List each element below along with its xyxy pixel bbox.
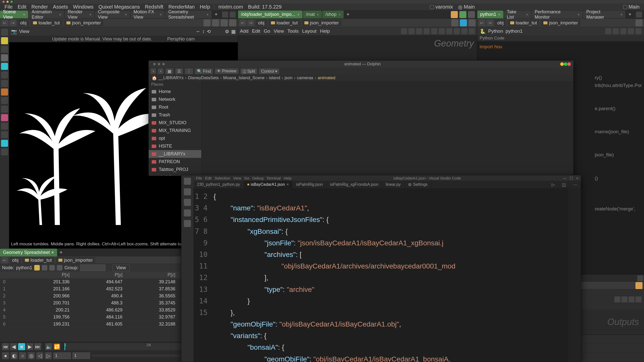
net-add[interactable]: Add xyxy=(240,28,249,34)
viewmode-icon[interactable]: ▦ xyxy=(166,68,173,74)
dolphin-window[interactable]: animated — Dolphin ‹ › ▦ ☰ ⋮ 🔍 Find 👁 Pr… xyxy=(148,60,574,176)
persp-dropdown[interactable]: Persp xyxy=(167,36,179,42)
search-icon[interactable] xyxy=(461,28,467,34)
frame-start-input[interactable] xyxy=(53,352,71,359)
last-frame-icon[interactable]: ⏭ xyxy=(34,343,41,350)
net-edit[interactable]: Edit xyxy=(252,28,260,34)
handle-icon[interactable]: ⟲ xyxy=(207,29,211,34)
tool-icon[interactable] xyxy=(1,114,8,121)
vsc-menu[interactable]: Terminal xyxy=(266,176,281,180)
menu-site[interactable]: mixtrn.com xyxy=(216,4,246,10)
code-editor[interactable]: { "name": "isBayCedarA1", "instancedPrim… xyxy=(211,188,568,362)
net-icon[interactable] xyxy=(431,28,437,34)
fwd-icon[interactable]: → xyxy=(248,20,254,26)
sidebar-item[interactable]: Tabttoo_PROJ xyxy=(149,166,201,173)
frame-cur-input[interactable] xyxy=(72,352,90,359)
find-btn[interactable]: 🔍 Find xyxy=(195,68,213,74)
files-icon[interactable] xyxy=(184,178,191,185)
net-tools[interactable]: Tools xyxy=(288,28,299,34)
net-help[interactable]: Help xyxy=(320,28,330,34)
sidebar-item[interactable]: Trash xyxy=(149,111,201,119)
back-icon[interactable]: ← xyxy=(239,20,246,26)
desk-right[interactable]: Main xyxy=(629,4,639,10)
select-tool-icon[interactable] xyxy=(1,29,8,36)
vsc-menu[interactable]: View xyxy=(233,176,241,180)
prev-key-icon[interactable]: ◁ xyxy=(36,352,43,359)
viewmode-icon[interactable]: ⋮ xyxy=(185,68,193,74)
scope-icon[interactable]: ◐ xyxy=(11,352,18,359)
sidebar-item[interactable]: HSITE xyxy=(149,142,201,150)
loop-icon[interactable]: 🔁 xyxy=(53,343,60,350)
sidebar-item[interactable]: Home xyxy=(149,88,201,96)
tool-icon[interactable] xyxy=(1,63,8,70)
pin-icon[interactable] xyxy=(635,19,642,26)
audio-icon[interactable]: 🔈 xyxy=(45,343,52,350)
tab-projman[interactable]: Project Manager× xyxy=(583,11,625,18)
back-icon[interactable]: ← xyxy=(2,257,8,263)
scope-icon[interactable]: ○ xyxy=(19,352,26,359)
scm-icon[interactable] xyxy=(184,199,191,206)
pane-icon[interactable] xyxy=(637,275,643,281)
net-opt-icon[interactable] xyxy=(451,11,458,18)
sidebar-item[interactable]: MIX_TRAINING xyxy=(149,127,201,134)
vsc-tab[interactable]: ⚙ Settings xyxy=(405,181,431,188)
vsc-menu[interactable]: Selection xyxy=(215,176,230,180)
vsc-tab[interactable]: 230_python1_python.py xyxy=(193,181,244,188)
net-icon[interactable] xyxy=(401,28,407,34)
vsc-menu[interactable]: File xyxy=(196,176,202,180)
split-icon[interactable]: ▷ xyxy=(548,181,558,188)
grid-icon[interactable] xyxy=(614,296,620,302)
net-view[interactable]: View xyxy=(274,28,284,34)
net-icon[interactable] xyxy=(424,28,430,34)
tool-icon[interactable] xyxy=(1,148,8,155)
vsc-menu[interactable]: Go xyxy=(244,176,249,180)
back-icon[interactable]: ‹ xyxy=(151,68,156,74)
path-json[interactable]: json_importer xyxy=(64,20,103,26)
back-icon[interactable]: ← xyxy=(479,20,485,26)
toolbar-btn[interactable] xyxy=(229,19,236,26)
preview-btn[interactable]: 👁 Preview xyxy=(215,68,238,74)
min-dot[interactable] xyxy=(7,1,9,3)
net-icon[interactable] xyxy=(446,28,452,34)
home-icon[interactable]: 🏠 xyxy=(152,75,157,81)
sidebar-item[interactable]: Root xyxy=(149,103,201,111)
debug-icon[interactable] xyxy=(184,209,191,216)
tool-icon[interactable] xyxy=(1,123,8,130)
tool-icon[interactable] xyxy=(1,71,8,78)
handle-icon[interactable]: ↕ xyxy=(202,29,205,34)
dolphin-content[interactable] xyxy=(202,81,573,176)
stop-icon[interactable]: ■ xyxy=(18,343,25,350)
max-icon[interactable]: ▢ xyxy=(570,176,573,180)
scope-icon[interactable]: ◎ xyxy=(28,352,35,359)
tab-composite[interactable]: Composite View× xyxy=(95,11,130,18)
toolbar-btn[interactable] xyxy=(221,19,228,26)
toolbar-btn[interactable] xyxy=(212,19,219,26)
vsc-menu[interactable]: Help xyxy=(284,176,292,180)
gear-icon[interactable] xyxy=(605,28,611,34)
close-icon[interactable] xyxy=(567,62,571,66)
tree-icon[interactable] xyxy=(628,296,634,302)
net-opt-icon[interactable] xyxy=(468,11,475,18)
add-tab-icon[interactable]: + xyxy=(57,249,65,256)
tab-takelist[interactable]: Take List× xyxy=(504,11,531,18)
pane-max-icon[interactable] xyxy=(230,12,236,18)
node-name[interactable]: python1 xyxy=(16,265,32,270)
control-btn[interactable]: Control ▾ xyxy=(259,68,279,74)
close-icon[interactable]: × xyxy=(23,13,25,17)
attr-icon[interactable] xyxy=(34,265,40,270)
help-icon[interactable] xyxy=(620,28,626,34)
tool-icon[interactable] xyxy=(1,80,8,87)
min-icon[interactable]: — xyxy=(563,176,567,180)
max-dot[interactable] xyxy=(11,1,13,3)
key-icon[interactable]: ● xyxy=(2,352,9,359)
first-frame-icon[interactable]: ⏮ xyxy=(2,343,9,350)
tab-geo-spread[interactable]: Geometry Spreadsheet× xyxy=(165,11,212,18)
max-icon[interactable] xyxy=(564,62,567,66)
attr-icon[interactable] xyxy=(49,265,55,270)
list-icon[interactable] xyxy=(621,296,627,302)
sidebar-item[interactable]: opt xyxy=(149,134,201,142)
add-tab-icon[interactable]: + xyxy=(344,11,352,18)
close-dot[interactable] xyxy=(3,1,5,3)
desk-mid[interactable]: Main xyxy=(464,4,475,10)
toolbar-btn[interactable] xyxy=(468,19,475,26)
